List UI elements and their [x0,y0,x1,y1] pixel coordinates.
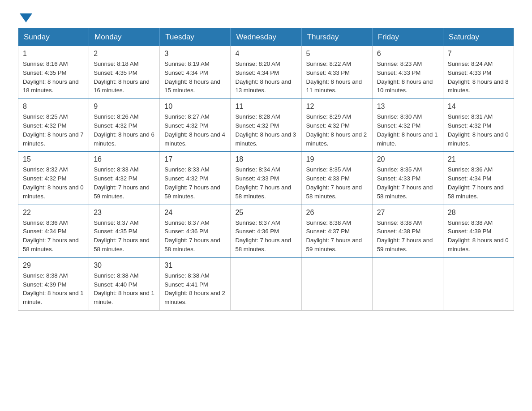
day-info: Sunrise: 8:27 AM Sunset: 4:32 PM Dayligh… [164,112,226,148]
day-info: Sunrise: 8:38 AM Sunset: 4:40 PM Dayligh… [94,271,155,307]
day-number: 28 [448,209,509,217]
day-number: 17 [164,155,226,163]
calendar-cell: 27 Sunrise: 8:38 AM Sunset: 4:38 PM Dayl… [372,205,443,257]
day-number: 18 [235,155,296,163]
calendar-cell [301,257,372,310]
calendar-cell: 3 Sunrise: 8:19 AM Sunset: 4:34 PM Dayli… [160,46,231,99]
day-info: Sunrise: 8:25 AM Sunset: 4:32 PM Dayligh… [23,112,84,148]
day-info: Sunrise: 8:30 AM Sunset: 4:32 PM Dayligh… [377,112,438,148]
calendar-cell: 17 Sunrise: 8:33 AM Sunset: 4:32 PM Dayl… [160,152,231,205]
day-number: 4 [235,50,296,58]
day-info: Sunrise: 8:38 AM Sunset: 4:41 PM Dayligh… [164,271,226,307]
day-number: 20 [377,155,438,163]
calendar-cell [372,257,443,310]
calendar-cell: 24 Sunrise: 8:37 AM Sunset: 4:36 PM Dayl… [160,205,231,257]
calendar-cell: 16 Sunrise: 8:33 AM Sunset: 4:32 PM Dayl… [89,152,160,205]
calendar-cell: 30 Sunrise: 8:38 AM Sunset: 4:40 PM Dayl… [89,257,160,310]
day-number: 3 [164,50,226,58]
day-info: Sunrise: 8:24 AM Sunset: 4:33 PM Dayligh… [448,60,509,95]
calendar-cell: 23 Sunrise: 8:37 AM Sunset: 4:35 PM Dayl… [89,205,160,257]
calendar-cell: 25 Sunrise: 8:37 AM Sunset: 4:36 PM Dayl… [231,205,301,257]
page-header [18,13,514,19]
day-info: Sunrise: 8:19 AM Sunset: 4:34 PM Dayligh… [164,60,226,95]
day-info: Sunrise: 8:33 AM Sunset: 4:32 PM Dayligh… [164,165,226,201]
calendar-cell: 6 Sunrise: 8:23 AM Sunset: 4:33 PM Dayli… [372,46,443,99]
day-number: 9 [94,103,155,111]
day-number: 26 [306,209,368,217]
day-info: Sunrise: 8:35 AM Sunset: 4:33 PM Dayligh… [377,165,438,201]
day-number: 12 [306,103,368,111]
day-number: 29 [23,261,84,270]
weekday-header-monday: Monday [89,28,160,47]
calendar-cell: 29 Sunrise: 8:38 AM Sunset: 4:39 PM Dayl… [18,257,89,310]
day-number: 15 [23,155,84,163]
day-number: 19 [306,155,368,163]
day-info: Sunrise: 8:34 AM Sunset: 4:33 PM Dayligh… [235,165,296,201]
weekday-header-saturday: Saturday [443,28,514,47]
calendar-cell [231,257,301,310]
day-number: 14 [448,103,509,111]
calendar-cell: 26 Sunrise: 8:38 AM Sunset: 4:37 PM Dayl… [301,205,372,257]
logo-text [18,13,32,21]
calendar-cell: 9 Sunrise: 8:26 AM Sunset: 4:32 PM Dayli… [89,99,160,152]
day-info: Sunrise: 8:31 AM Sunset: 4:32 PM Dayligh… [448,112,509,148]
day-number: 25 [235,209,296,217]
calendar-cell: 8 Sunrise: 8:25 AM Sunset: 4:32 PM Dayli… [18,99,89,152]
day-number: 16 [94,155,155,163]
day-number: 2 [94,50,155,58]
calendar-cell: 14 Sunrise: 8:31 AM Sunset: 4:32 PM Dayl… [443,99,514,152]
weekday-header-thursday: Thursday [301,28,372,47]
calendar-cell: 15 Sunrise: 8:32 AM Sunset: 4:32 PM Dayl… [18,152,89,205]
calendar-cell: 12 Sunrise: 8:29 AM Sunset: 4:32 PM Dayl… [301,99,372,152]
day-info: Sunrise: 8:18 AM Sunset: 4:35 PM Dayligh… [94,60,155,95]
calendar-cell: 10 Sunrise: 8:27 AM Sunset: 4:32 PM Dayl… [160,99,231,152]
day-number: 27 [377,209,438,217]
calendar-cell: 18 Sunrise: 8:34 AM Sunset: 4:33 PM Dayl… [231,152,301,205]
calendar-cell: 2 Sunrise: 8:18 AM Sunset: 4:35 PM Dayli… [89,46,160,99]
day-info: Sunrise: 8:26 AM Sunset: 4:32 PM Dayligh… [94,112,155,148]
day-info: Sunrise: 8:35 AM Sunset: 4:33 PM Dayligh… [306,165,368,201]
day-number: 5 [306,50,368,58]
day-info: Sunrise: 8:38 AM Sunset: 4:38 PM Dayligh… [377,218,438,254]
day-number: 22 [23,209,84,217]
calendar-body: 1 Sunrise: 8:16 AM Sunset: 4:35 PM Dayli… [18,46,514,310]
day-number: 8 [23,103,84,111]
calendar-week-row: 29 Sunrise: 8:38 AM Sunset: 4:39 PM Dayl… [18,257,514,310]
weekday-header-friday: Friday [372,28,443,47]
logo-triangle-icon [20,13,32,22]
calendar-week-row: 15 Sunrise: 8:32 AM Sunset: 4:32 PM Dayl… [18,152,514,205]
calendar-cell: 28 Sunrise: 8:38 AM Sunset: 4:39 PM Dayl… [443,205,514,257]
calendar-week-row: 8 Sunrise: 8:25 AM Sunset: 4:32 PM Dayli… [18,99,514,152]
day-info: Sunrise: 8:23 AM Sunset: 4:33 PM Dayligh… [377,60,438,95]
day-info: Sunrise: 8:29 AM Sunset: 4:32 PM Dayligh… [306,112,368,148]
day-info: Sunrise: 8:37 AM Sunset: 4:36 PM Dayligh… [164,218,226,254]
day-info: Sunrise: 8:28 AM Sunset: 4:32 PM Dayligh… [235,112,296,148]
weekday-header-wednesday: Wednesday [231,28,301,47]
day-info: Sunrise: 8:37 AM Sunset: 4:36 PM Dayligh… [235,218,296,254]
calendar-cell: 22 Sunrise: 8:36 AM Sunset: 4:34 PM Dayl… [18,205,89,257]
day-number: 23 [94,209,155,217]
calendar-header: SundayMondayTuesdayWednesdayThursdayFrid… [18,28,514,47]
calendar-cell: 4 Sunrise: 8:20 AM Sunset: 4:34 PM Dayli… [231,46,301,99]
day-number: 6 [377,50,438,58]
day-info: Sunrise: 8:38 AM Sunset: 4:39 PM Dayligh… [23,271,84,307]
day-info: Sunrise: 8:38 AM Sunset: 4:37 PM Dayligh… [306,218,368,254]
calendar-week-row: 22 Sunrise: 8:36 AM Sunset: 4:34 PM Dayl… [18,205,514,257]
day-info: Sunrise: 8:32 AM Sunset: 4:32 PM Dayligh… [23,165,84,201]
day-number: 1 [23,50,84,58]
day-info: Sunrise: 8:33 AM Sunset: 4:32 PM Dayligh… [94,165,155,201]
weekday-header-row: SundayMondayTuesdayWednesdayThursdayFrid… [18,28,514,47]
weekday-header-tuesday: Tuesday [160,28,231,47]
calendar-table: SundayMondayTuesdayWednesdayThursdayFrid… [18,28,514,311]
calendar-cell: 5 Sunrise: 8:22 AM Sunset: 4:33 PM Dayli… [301,46,372,99]
day-info: Sunrise: 8:20 AM Sunset: 4:34 PM Dayligh… [235,60,296,95]
weekday-header-sunday: Sunday [18,28,89,47]
day-number: 7 [448,50,509,58]
day-number: 11 [235,103,296,111]
calendar-cell: 21 Sunrise: 8:36 AM Sunset: 4:34 PM Dayl… [443,152,514,205]
calendar-cell: 13 Sunrise: 8:30 AM Sunset: 4:32 PM Dayl… [372,99,443,152]
day-number: 10 [164,103,226,111]
calendar-cell: 20 Sunrise: 8:35 AM Sunset: 4:33 PM Dayl… [372,152,443,205]
calendar-week-row: 1 Sunrise: 8:16 AM Sunset: 4:35 PM Dayli… [18,46,514,99]
day-info: Sunrise: 8:36 AM Sunset: 4:34 PM Dayligh… [23,218,84,254]
